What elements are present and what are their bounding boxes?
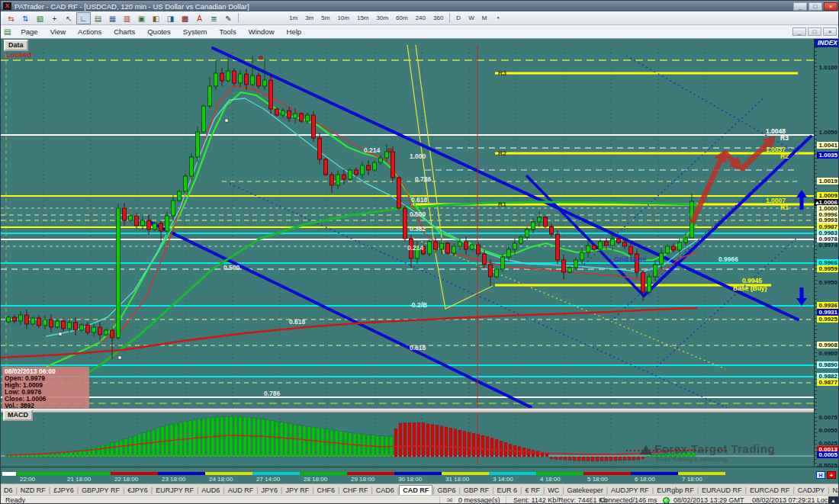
mdi-minimize-button[interactable]: _ xyxy=(792,27,806,36)
tab-eurcad-rf[interactable]: EURCAD RF xyxy=(747,486,793,495)
menu-system[interactable]: System xyxy=(177,27,214,36)
minimize-button[interactable]: _ xyxy=(793,2,807,11)
tab-gbpjpy-rf[interactable]: GBPJPY RF xyxy=(79,486,123,495)
restore-button[interactable]: □ xyxy=(808,2,822,11)
menu-tools[interactable]: Tools xyxy=(214,27,243,36)
macd-histogram-bar xyxy=(596,457,599,461)
menu-help[interactable]: Help xyxy=(281,27,308,36)
orders-arrows-icon[interactable]: ⇅ xyxy=(18,12,33,24)
candle xyxy=(465,242,468,249)
tab-nzdjpy-rf[interactable]: NZDJPY RF xyxy=(830,486,839,495)
mdi-close-button[interactable]: × xyxy=(823,27,837,36)
macd-histogram-bar xyxy=(266,420,269,457)
candle xyxy=(458,242,462,246)
step-chart-icon[interactable]: ▤ xyxy=(91,12,105,24)
chart-label: 0.786 xyxy=(264,390,281,397)
timeframe-15m[interactable]: 15m xyxy=(353,13,373,23)
candle xyxy=(31,318,35,324)
connection-status-icon xyxy=(663,497,670,504)
menu-page[interactable]: Page xyxy=(14,27,43,36)
macd-histogram-bar xyxy=(504,442,507,457)
tab-gbp6[interactable]: GBP6 xyxy=(435,486,459,495)
timeframe-60m[interactable]: 60m xyxy=(392,13,412,23)
trendline-tool-icon[interactable]: ∟ xyxy=(76,12,91,24)
period-m[interactable]: M xyxy=(478,13,491,23)
tab-eurgbp-rf[interactable]: EURgbp RF xyxy=(654,486,697,495)
equivolume-icon[interactable]: ▣ xyxy=(134,12,149,24)
price-chart-canvas[interactable]: R3R2R11.0048R31.0037R21.0007R10.99660.99… xyxy=(1,39,814,467)
tab-cad-rf[interactable]: CAD RF xyxy=(399,485,432,495)
tab-d6[interactable]: D6 xyxy=(1,486,16,495)
tab-jpy6[interactable]: £JPY6 xyxy=(50,486,77,495)
close-button[interactable]: × xyxy=(824,2,837,11)
menu-quotes[interactable]: Quotes xyxy=(141,27,177,36)
area-chart-icon[interactable]: ◧ xyxy=(149,12,163,24)
mdi-restore-button[interactable]: □ xyxy=(808,27,821,36)
renko-chart-icon[interactable]: ▩ xyxy=(178,12,192,24)
menu-view[interactable]: View xyxy=(44,27,72,36)
macd-button[interactable]: MACD xyxy=(3,409,33,421)
timeframe-240[interactable]: 240 xyxy=(412,13,429,23)
menu-actions[interactable]: Actions xyxy=(72,27,108,36)
day-color-segment xyxy=(678,472,725,475)
period-d[interactable]: D xyxy=(452,13,465,23)
panel-splitter[interactable] xyxy=(1,408,839,413)
timeframe-30m[interactable]: 30m xyxy=(373,13,393,23)
zoom-corner-button[interactable]: + xyxy=(827,471,836,479)
tab-gbp-rf[interactable]: GBP RF xyxy=(461,486,492,495)
timeframe-corner-button[interactable]: H xyxy=(816,471,825,479)
tab-cadjpy[interactable]: CADJPY xyxy=(795,486,828,495)
tab-rf[interactable]: € RF xyxy=(522,486,543,495)
kagi-chart-icon[interactable]: ◨ xyxy=(163,12,178,24)
pen-tool-icon[interactable]: ✎ xyxy=(221,12,236,24)
tab-cad6[interactable]: CAD6 xyxy=(373,486,397,495)
menu-window[interactable]: Window xyxy=(243,27,281,36)
timeframe-10m[interactable]: 10m xyxy=(333,13,353,23)
tab-aud6[interactable]: AUD6 xyxy=(198,486,223,495)
timeframe-3m[interactable]: 3m xyxy=(301,13,317,23)
price-axis[interactable]: INDEX 1.01001.00501.00411.00351.00191.00… xyxy=(814,39,839,467)
bar-chart-icon[interactable]: ▦ xyxy=(105,12,120,24)
tab-eurjpy-rf[interactable]: EURJPY RF xyxy=(153,486,197,495)
tab-gatekeeper[interactable]: Gatekeeper xyxy=(564,486,606,495)
buy-sell-arrows-icon[interactable]: ⇆ xyxy=(4,12,18,24)
data-button[interactable]: Data xyxy=(4,40,28,51)
candle xyxy=(342,175,346,179)
text-tool-icon[interactable]: A xyxy=(192,12,207,24)
tab-wc[interactable]: WC xyxy=(545,486,562,495)
chart-mini-icon: ▤ xyxy=(4,27,11,36)
menu-charts[interactable]: Charts xyxy=(108,27,141,36)
status-ready: Ready xyxy=(5,496,25,504)
time-axis[interactable]: 22:0021 18:0022 18:0023 18:0024 18:0027 … xyxy=(1,467,839,483)
tab-aud-rf[interactable]: AUD RF xyxy=(225,486,257,495)
macd-histogram-bar xyxy=(632,457,635,460)
patrader-window: X PATrader - CAD RF - [USDCAD, 120 min -… xyxy=(0,0,839,504)
crosshair-icon[interactable]: + xyxy=(47,12,62,24)
tab-nzd-rf[interactable]: NZD RF xyxy=(18,486,49,495)
tab-chf6[interactable]: CHF6 xyxy=(314,486,339,495)
tab-euraud-rf[interactable]: EURAUD RF xyxy=(699,486,745,495)
indicator-icon[interactable]: ≣ xyxy=(207,12,221,24)
tab-jpy6[interactable]: JPY6 xyxy=(259,486,281,495)
day-color-segment xyxy=(631,472,678,475)
macd-histogram-bar xyxy=(463,432,466,457)
candle xyxy=(672,246,676,250)
status-messages[interactable]: 0 message(s) xyxy=(458,496,500,504)
candle-chart-icon[interactable]: ▥ xyxy=(120,12,134,24)
price-badge-0.9936: 0.9936 xyxy=(817,302,839,309)
period-w[interactable]: W xyxy=(465,13,478,23)
candle xyxy=(385,152,389,158)
timeframe-5m[interactable]: 5m xyxy=(317,13,333,23)
pointer-icon[interactable]: ↖ xyxy=(62,12,76,24)
tab-chf-rf[interactable]: CHF RF xyxy=(339,486,371,495)
timeframe-1m[interactable]: 1m xyxy=(285,13,301,23)
clock-icon[interactable]: ◔ xyxy=(495,14,500,22)
candle xyxy=(178,191,182,201)
tab-jpy-rf[interactable]: JPY RF xyxy=(282,486,312,495)
new-chart-icon[interactable]: ▧ xyxy=(33,12,47,24)
timeframe-360[interactable]: 360 xyxy=(429,13,447,23)
tab-jpy6[interactable]: €JPY6 xyxy=(124,486,151,495)
tab-audjpy-rf[interactable]: AUDJPY RF xyxy=(608,486,652,495)
candle xyxy=(245,74,249,85)
tab-eur-6[interactable]: EUR 6 xyxy=(494,486,521,495)
